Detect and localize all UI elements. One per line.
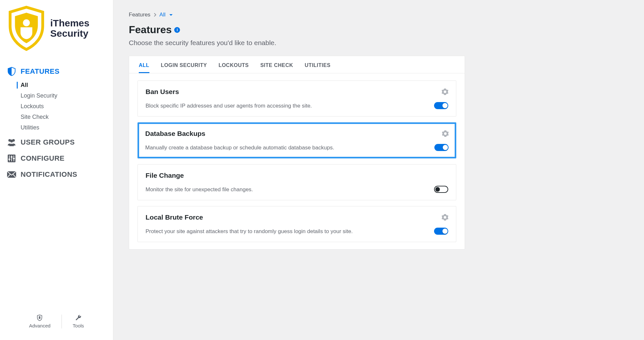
lock-shield-icon xyxy=(37,315,43,321)
svg-rect-8 xyxy=(8,159,10,160)
subnav-item-label: Lockouts xyxy=(21,103,44,110)
feature-title: Database Backups xyxy=(145,130,205,137)
caret-down-icon xyxy=(169,14,173,16)
footer-advanced[interactable]: Advanced xyxy=(29,315,51,328)
svg-rect-9 xyxy=(11,156,13,157)
info-icon[interactable]: i xyxy=(174,27,180,33)
subnav-item-label: Utilities xyxy=(21,124,39,131)
page-subtitle: Choose the security features you'd like … xyxy=(129,39,465,47)
sidebar-item-label: CONFIGURE xyxy=(21,154,65,163)
footer-tools[interactable]: Tools xyxy=(73,315,84,328)
svg-rect-12 xyxy=(39,317,41,319)
breadcrumb-root[interactable]: Features xyxy=(129,12,150,18)
brand-line2: Security xyxy=(50,28,90,39)
feature-description: Manually create a database backup or sch… xyxy=(145,145,449,151)
sidebar-item-features[interactable]: FEATURES xyxy=(7,63,106,80)
subnav-item-label: All xyxy=(21,82,28,89)
subnav-item-label: Login Security xyxy=(21,92,57,99)
svg-rect-5 xyxy=(9,156,10,161)
feature-title: Ban Users xyxy=(146,88,179,96)
shield-logo-icon xyxy=(7,6,46,51)
sidebar-item-user-groups[interactable]: USER GROUPS xyxy=(7,134,106,150)
subnav-item-all[interactable]: All xyxy=(21,80,106,90)
tab-utilities[interactable]: UTILITIES xyxy=(305,61,330,73)
svg-rect-10 xyxy=(13,158,15,159)
sidebar-item-label: NOTIFICATIONS xyxy=(21,170,77,179)
feature-toggle[interactable] xyxy=(434,186,448,193)
gear-icon[interactable] xyxy=(442,214,448,221)
logo: iThemes Security xyxy=(7,6,106,51)
sliders-icon xyxy=(7,154,16,163)
subnav-item-login-security[interactable]: Login Security xyxy=(21,90,106,101)
feature-toggle[interactable] xyxy=(434,228,448,235)
users-icon xyxy=(7,138,16,146)
sidebar-item-label: FEATURES xyxy=(21,67,60,76)
sidebar-item-configure[interactable]: CONFIGURE xyxy=(7,150,106,166)
gear-icon[interactable] xyxy=(442,130,449,137)
subnav-item-lockouts[interactable]: Lockouts xyxy=(21,101,106,112)
feature-title: Local Brute Force xyxy=(146,213,203,221)
tab-site-check[interactable]: SITE CHECK xyxy=(260,61,293,73)
feature-card-database-backups: Database Backups Manually create a datab… xyxy=(137,122,456,158)
envelope-icon xyxy=(7,171,16,178)
tab-lockouts[interactable]: LOCKOUTS xyxy=(219,61,249,73)
sidebar: iThemes Security FEATURES All Login Secu… xyxy=(0,0,113,340)
wrench-icon xyxy=(75,315,81,321)
feature-toggle[interactable] xyxy=(434,144,449,151)
breadcrumb-current[interactable]: All xyxy=(159,12,173,18)
feature-description: Block specific IP addresses and user age… xyxy=(146,103,448,109)
tab-login-security[interactable]: LOGIN SECURITY xyxy=(161,61,207,73)
tabs: ALL LOGIN SECURITY LOCKOUTS SITE CHECK U… xyxy=(129,56,465,73)
brand-text: iThemes Security xyxy=(50,18,90,39)
sidebar-footer: Advanced Tools xyxy=(7,307,106,340)
feature-description: Monitor the site for unexpected file cha… xyxy=(146,186,448,193)
feature-card-file-change: File Change Monitor the site for unexpec… xyxy=(137,164,456,200)
feature-card-ban-users: Ban Users Block specific IP addresses an… xyxy=(137,80,456,117)
brand-line1: iThemes xyxy=(50,18,90,28)
subnav-item-site-check[interactable]: Site Check xyxy=(21,112,106,122)
gear-icon[interactable] xyxy=(442,89,448,95)
footer-advanced-label: Advanced xyxy=(29,323,51,328)
tab-all[interactable]: ALL xyxy=(139,61,149,73)
subnav-item-utilities[interactable]: Utilities xyxy=(21,122,106,133)
nav: FEATURES All Login Security Lockouts Sit… xyxy=(7,63,106,183)
feature-toggle[interactable] xyxy=(434,102,448,109)
feature-description: Protect your site against attackers that… xyxy=(146,228,448,235)
subnav-features: All Login Security Lockouts Site Check U… xyxy=(21,80,106,133)
shield-icon xyxy=(7,67,16,76)
subnav-item-label: Site Check xyxy=(21,114,49,120)
chevron-right-icon xyxy=(154,13,156,17)
svg-point-3 xyxy=(10,140,13,143)
main-content: Features All Features i Choose the secur… xyxy=(113,0,480,340)
sidebar-item-notifications[interactable]: NOTIFICATIONS xyxy=(7,166,106,183)
features-panel: ALL LOGIN SECURITY LOCKOUTS SITE CHECK U… xyxy=(129,56,465,250)
feature-card-local-brute-force: Local Brute Force Protect your site agai… xyxy=(137,206,456,242)
svg-point-0 xyxy=(23,19,30,26)
svg-rect-6 xyxy=(11,156,12,161)
breadcrumb: Features All xyxy=(129,12,465,18)
footer-tools-label: Tools xyxy=(73,323,84,328)
feature-title: File Change xyxy=(146,172,184,179)
feature-cards: Ban Users Block specific IP addresses an… xyxy=(129,73,465,249)
sidebar-item-label: USER GROUPS xyxy=(21,138,75,146)
page-title: Features i xyxy=(129,24,465,36)
